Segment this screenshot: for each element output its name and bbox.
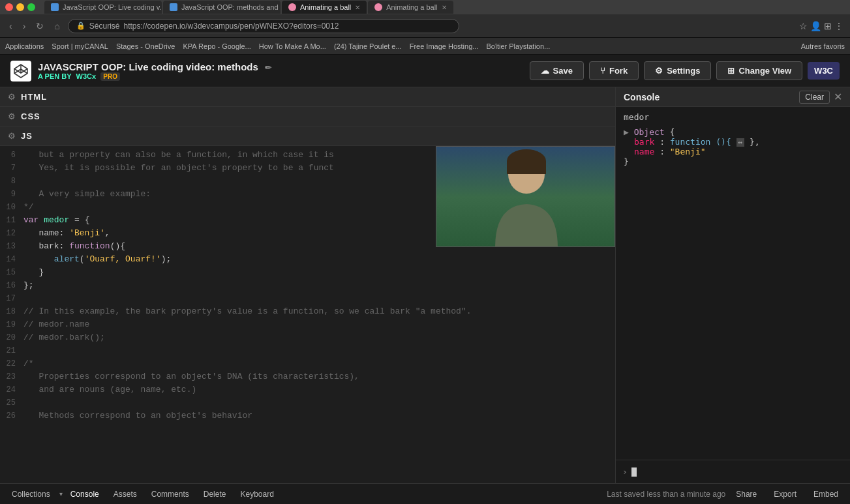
codepen-tab-icon	[51, 3, 59, 11]
close-traffic-light[interactable]	[5, 3, 13, 11]
tab-label-3: Animating a ball	[300, 3, 351, 11]
grid-icon: ⊞	[727, 66, 735, 76]
video-frame	[436, 147, 615, 247]
pen-author: W3Cx	[76, 72, 97, 80]
menu-icon[interactable]: ⋮	[834, 21, 843, 31]
lock-icon: 🔒	[76, 22, 85, 30]
profile-icon[interactable]: 👤	[810, 21, 821, 31]
settings-button[interactable]: ⚙ Settings	[644, 61, 711, 80]
console-title: Console	[624, 92, 799, 102]
bark-prop: bark	[634, 137, 654, 147]
codepen-header: JAVASCRIPT OOP: Live coding video: metho…	[0, 55, 850, 87]
bookmark-boitier[interactable]: Boîtier Playstation...	[486, 42, 550, 50]
lock-label: Sécurisé	[89, 22, 120, 31]
code-line-19: 19 // medor.name	[0, 318, 615, 331]
browser-chrome: JavaScript OOP: Live coding v... ✕ JavaS…	[0, 0, 850, 14]
extension-icon[interactable]: ⊞	[824, 21, 832, 31]
html-settings-icon[interactable]: ⚙	[8, 92, 16, 102]
js-code-area[interactable]: 6 but a property can also be a function,…	[0, 146, 615, 483]
back-button[interactable]: ‹	[7, 20, 15, 33]
address-field[interactable]: 🔒 Sécurisé https://codepen.io/w3devcampu…	[68, 19, 459, 33]
code-line-22: ▾22 /*	[0, 357, 615, 370]
css-panel-title: CSS	[21, 111, 40, 121]
tab-close-3[interactable]: ✕	[355, 4, 360, 11]
bookmark-kpa[interactable]: KPA Repo - Google...	[183, 42, 250, 50]
fork-button[interactable]: ⑂ Fork	[589, 61, 639, 80]
console-last-input: medor	[624, 112, 842, 122]
fullscreen-traffic-light[interactable]	[27, 3, 35, 11]
forward-button[interactable]: ›	[20, 20, 29, 33]
code-line-25: 25	[0, 396, 615, 409]
console-close-button[interactable]: ✕	[834, 91, 842, 103]
browser-tab-4[interactable]: Animating a ball ✕	[368, 1, 453, 14]
change-view-button[interactable]: ⊞ Change View	[716, 61, 802, 80]
anim-tab-icon-2	[374, 3, 382, 11]
name-value: "Benji"	[670, 147, 706, 156]
console-clear-button[interactable]: Clear	[799, 91, 830, 104]
collections-button-area[interactable]: Collections ▾	[5, 487, 63, 501]
js-settings-icon[interactable]: ⚙	[8, 131, 16, 141]
tab-label-1: JavaScript OOP: Live coding v...	[63, 3, 162, 11]
traffic-lights	[5, 3, 35, 11]
codepen-logo: JAVASCRIPT OOP: Live coding video: metho…	[10, 61, 271, 82]
console-obj-root: ▶ Object {	[624, 127, 842, 137]
bookmark-how-to[interactable]: How To Make A Mo...	[259, 42, 326, 50]
collections-button[interactable]: Collections	[5, 487, 57, 501]
reload-button[interactable]: ↻	[33, 20, 46, 33]
embed-button[interactable]: Embed	[807, 487, 845, 501]
bottom-bar: Collections ▾ Console Assets Comments De…	[0, 483, 850, 504]
object-keyword: Object	[634, 127, 670, 137]
tab-close-4[interactable]: ✕	[442, 4, 447, 11]
tab-label-2: JavaScript OOP: methods and ...	[181, 3, 281, 11]
fork-icon: ⑂	[600, 66, 605, 76]
address-bar: ‹ › ↻ ⌂ 🔒 Sécurisé https://codepen.io/w3…	[0, 14, 850, 38]
browser-tab-2[interactable]: JavaScript OOP: methods and ... ✕	[163, 1, 281, 14]
tab-label-4: Animating a ball	[386, 3, 437, 11]
comments-button[interactable]: Comments	[145, 487, 196, 501]
code-line-21: 21	[0, 344, 615, 357]
save-button[interactable]: ☁ Save	[530, 61, 584, 80]
console-cursor	[631, 467, 637, 477]
keyboard-button[interactable]: Keyboard	[234, 487, 280, 501]
bookmark-tajine[interactable]: (24) Tajine Poulet e...	[334, 42, 402, 50]
bark-value: function (){	[670, 137, 731, 147]
code-line-24: 24 and are nouns (age, name, etc.)	[0, 383, 615, 396]
home-button[interactable]: ⌂	[52, 20, 62, 33]
bookmark-applications[interactable]: Applications	[5, 42, 44, 50]
assets-button[interactable]: Assets	[107, 487, 144, 501]
code-line-16: 16 };	[0, 279, 615, 292]
browser-tab-3[interactable]: Animating a ball ✕	[282, 1, 367, 14]
html-panel-header: ⚙ HTML	[0, 87, 615, 107]
saved-status-text: Last saved less than a minute ago	[607, 490, 725, 499]
main-area: ⚙ HTML ⚙ CSS ⚙ JS	[0, 87, 850, 483]
js-panel-header: ⚙ JS	[0, 126, 615, 146]
code-line-14: 14 alert('Ouarf, Ouarf!');	[0, 253, 615, 266]
star-icon[interactable]: ☆	[799, 21, 808, 31]
js-panel-title: JS	[21, 131, 33, 141]
browser-tab-1[interactable]: JavaScript OOP: Live coding v... ✕	[44, 1, 162, 14]
console-tab-button[interactable]: Console	[64, 487, 106, 501]
open-brace: {	[669, 127, 675, 137]
console-obj-close: }	[624, 156, 842, 166]
minimize-traffic-light[interactable]	[16, 3, 24, 11]
code-line-15: 15 }	[0, 266, 615, 279]
code-line-17: 17	[0, 292, 615, 305]
share-button[interactable]: Share	[729, 487, 763, 501]
console-obj-name: name : "Benji"	[624, 147, 842, 156]
css-settings-icon[interactable]: ⚙	[8, 111, 16, 121]
pencil-icon: ✏	[265, 63, 271, 72]
delete-button[interactable]: Delete	[197, 487, 233, 501]
w3c-button[interactable]: W3C	[808, 62, 840, 80]
bookmark-free-image[interactable]: Free Image Hosting...	[410, 42, 479, 50]
css-panel-header: ⚙ CSS	[0, 107, 615, 126]
expand-arrow-icon[interactable]: ↔	[736, 138, 745, 147]
export-button[interactable]: Export	[767, 487, 803, 501]
bookmark-sport[interactable]: Sport | myCANAL	[52, 42, 108, 50]
bookmark-autres[interactable]: Autres favoris	[801, 42, 845, 50]
codepen-actions: ☁ Save ⑂ Fork ⚙ Settings ⊞ Change View W…	[530, 61, 840, 80]
bookmark-stages[interactable]: Stages - OneDrive	[116, 42, 175, 50]
cloud-icon: ☁	[541, 66, 549, 76]
code-line-20: 20 // medor.bark();	[0, 331, 615, 344]
collections-chevron-icon: ▾	[59, 490, 63, 497]
expand-triangle[interactable]: ▶	[624, 127, 634, 137]
